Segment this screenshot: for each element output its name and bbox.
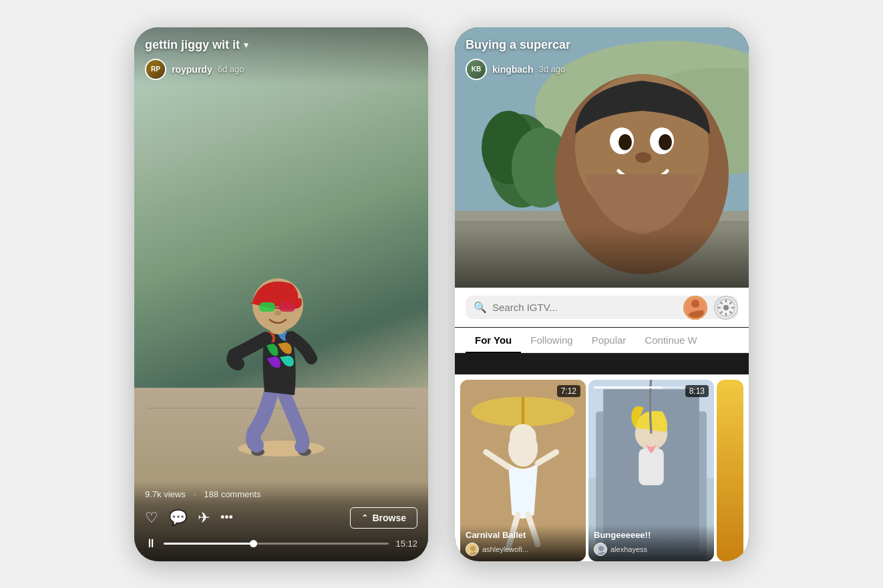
thumb2-progress-fill — [594, 386, 663, 388]
svg-point-22 — [659, 134, 672, 150]
thumb2-user-row: alexhayess — [594, 543, 709, 556]
svg-point-47 — [470, 546, 476, 551]
thumbnails-area: 7:12 Carnival Ballet ashleylewofi... — [455, 374, 749, 561]
actions-row: ♡ 💬 ✈ ••• ⌃ Browse — [145, 507, 417, 529]
stats-row: 9.7k views · 188 comments — [145, 489, 417, 499]
share-icon[interactable]: ✈ — [198, 509, 210, 527]
tab-popular[interactable]: Popular — [582, 328, 636, 352]
thumb2-title: Bungeeeeee!! — [594, 530, 709, 540]
right-username[interactable]: kingbach — [492, 64, 533, 75]
thumbnail-partial[interactable] — [717, 380, 743, 561]
right-timestamp: 3d ago — [538, 64, 565, 74]
like-icon[interactable]: ♡ — [145, 509, 158, 527]
settings-icon[interactable] — [714, 296, 738, 320]
svg-rect-5 — [259, 302, 275, 312]
video-title: gettin jiggy wit it — [145, 38, 240, 52]
svg-rect-53 — [639, 448, 664, 485]
svg-point-21 — [619, 134, 632, 150]
right-avatar[interactable]: KB — [466, 59, 487, 80]
avatar-inner: RP — [146, 60, 165, 79]
right-action-icons — [683, 296, 738, 320]
tab-continue[interactable]: Continue W — [635, 328, 706, 352]
separator: · — [194, 489, 196, 499]
progress-fill — [164, 543, 254, 545]
thumb1-info: Carnival Ballet ashleylewofi... — [460, 525, 586, 561]
progress-thumb — [250, 540, 257, 547]
progress-bar[interactable] — [164, 543, 389, 545]
thumbnail-carnival-ballet[interactable]: 7:12 Carnival Ballet ashleylewofi... — [460, 380, 586, 561]
tab-for-you[interactable]: For You — [466, 328, 521, 352]
browse-button[interactable]: ⌃ Browse — [350, 507, 417, 529]
comment-icon[interactable]: 💬 — [169, 509, 187, 527]
svg-point-45 — [510, 424, 536, 451]
progress-row: ⏸ 15:12 — [145, 537, 417, 551]
browse-label: Browse — [372, 513, 406, 523]
thumb2-avatar — [594, 543, 607, 556]
timestamp-label: 6d ago — [218, 64, 244, 74]
chevron-down-icon[interactable]: ▾ — [244, 39, 248, 50]
skater-figure — [218, 225, 345, 461]
thumb1-avatar — [466, 543, 479, 556]
right-video-title: Buying a supercar — [466, 38, 738, 52]
svg-point-23 — [635, 152, 651, 163]
action-icons: ♡ 💬 ✈ ••• — [145, 509, 350, 527]
svg-line-34 — [730, 311, 732, 313]
views-count: 9.7k views — [145, 489, 186, 499]
svg-point-8 — [275, 310, 281, 316]
tabs-container: For You Following Popular Continue W — [455, 328, 749, 353]
main-container: gettin jiggy wit it ▾ RP roypurdy 6d ago… — [134, 27, 749, 561]
svg-line-35 — [730, 302, 732, 304]
svg-line-36 — [721, 311, 723, 313]
comments-count: 188 comments — [204, 489, 260, 499]
title-row: gettin jiggy wit it ▾ — [145, 38, 417, 52]
right-header: Buying a supercar KB kingbach 3d ago — [455, 27, 749, 85]
svg-point-25 — [691, 300, 699, 308]
more-icon[interactable]: ••• — [220, 511, 233, 525]
duration-label: 15:12 — [395, 539, 417, 549]
thumb2-username: alexhayess — [610, 545, 647, 553]
thumb3-bg — [717, 380, 743, 561]
thumb1-title: Carnival Ballet — [466, 530, 580, 540]
profile-icon[interactable] — [683, 296, 707, 320]
thumb1-username: ashleylewofi... — [482, 545, 528, 553]
left-phone: gettin jiggy wit it ▾ RP roypurdy 6d ago… — [134, 27, 428, 561]
thumb2-duration: 8:13 — [685, 385, 709, 397]
tab-following[interactable]: Following — [521, 328, 582, 352]
right-user-row: KB kingbach 3d ago — [466, 59, 738, 80]
pause-icon[interactable]: ⏸ — [145, 537, 157, 551]
search-icon: 🔍 — [474, 301, 487, 314]
left-header: gettin jiggy wit it ▾ RP roypurdy 6d ago — [134, 27, 428, 85]
svg-point-55 — [598, 546, 604, 551]
tabs-row: For You Following Popular Continue W — [455, 328, 749, 353]
right-phone: Buying a supercar KB kingbach 3d ago 🔍 — [455, 27, 749, 561]
svg-point-28 — [723, 305, 729, 310]
thumb2-info: Bungeeeeee!! alexhayess — [588, 525, 714, 561]
svg-line-33 — [721, 302, 723, 304]
avatar[interactable]: RP — [145, 59, 166, 80]
thumb1-user-row: ashleylewofi... — [466, 543, 580, 556]
username-label[interactable]: roypurdy — [172, 64, 212, 75]
thumbnail-bungee[interactable]: 8:13 Bungeeeeee!! alexhayess — [588, 380, 714, 561]
user-row: RP roypurdy 6d ago — [145, 59, 417, 80]
thumb1-duration: 7:12 — [557, 385, 580, 397]
svg-rect-6 — [279, 302, 295, 312]
chevron-up-icon: ⌃ — [361, 513, 368, 523]
left-bottom-overlay: 9.7k views · 188 comments ♡ 💬 ✈ ••• ⌃ Br… — [134, 481, 428, 561]
right-avatar-inner: KB — [467, 60, 486, 79]
